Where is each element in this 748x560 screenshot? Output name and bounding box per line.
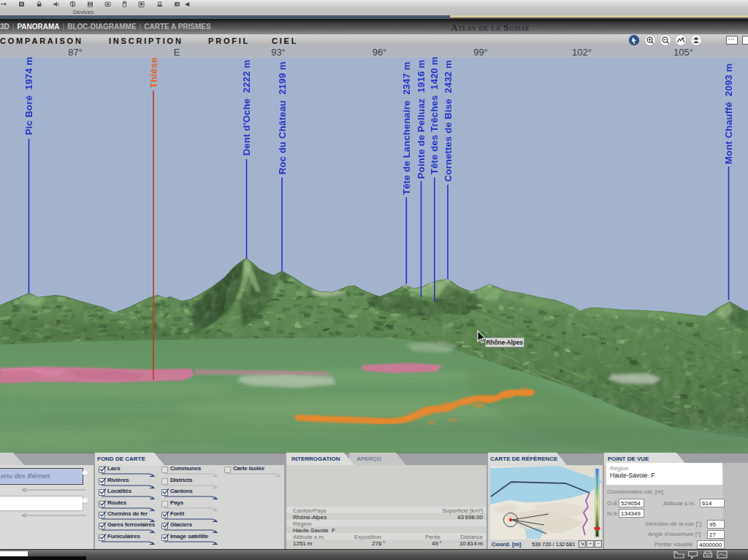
svg-text:E: E [174, 47, 180, 58]
svg-text:102°: 102° [572, 47, 592, 58]
svg-text:87°: 87° [68, 47, 83, 58]
svg-text:96°: 96° [373, 47, 387, 58]
svg-text:93°: 93° [271, 47, 286, 58]
svg-text:99°: 99° [473, 47, 488, 58]
svg-text:105°: 105° [673, 47, 693, 58]
